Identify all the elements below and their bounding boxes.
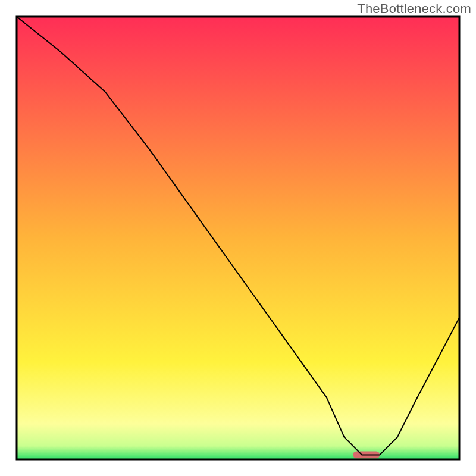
watermark-text: TheBottleneck.com <box>357 1 471 17</box>
chart-container: TheBottleneck.com <box>0 0 476 476</box>
chart-background <box>17 17 459 459</box>
chart-svg <box>0 0 476 476</box>
